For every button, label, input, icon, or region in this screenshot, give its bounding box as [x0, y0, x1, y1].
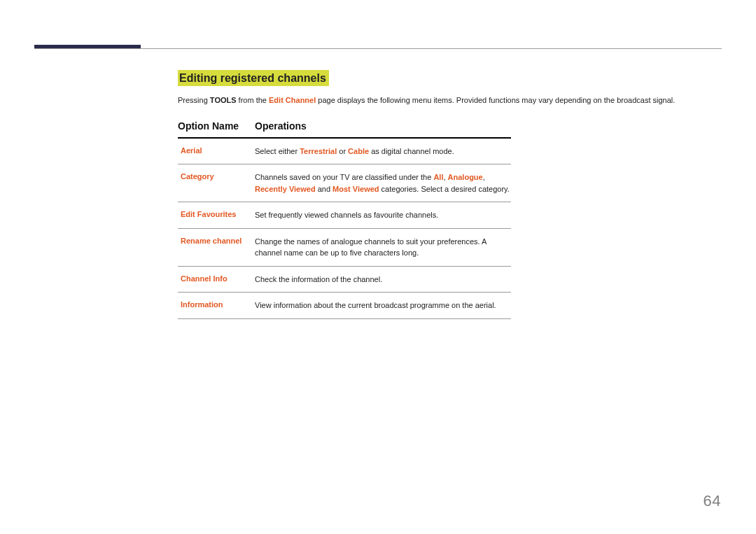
- options-table: Option Name Operations AerialSelect eith…: [178, 120, 511, 319]
- description-text: Set frequently viewed channels as favour…: [255, 211, 438, 219]
- section-title: Editing registered channels: [178, 70, 329, 86]
- highlight-term: Most Viewed: [332, 185, 379, 193]
- description-text: Check the information of the channel.: [255, 275, 382, 283]
- highlight-term: All: [433, 173, 443, 181]
- option-description: Select either Terrestrial or Cable as di…: [255, 146, 511, 157]
- table-header: Option Name Operations: [178, 120, 511, 139]
- description-text: as digital channel mode.: [369, 147, 454, 155]
- intro-link-edit-channel: Edit Channel: [269, 96, 316, 104]
- table-row: Channel InfoCheck the information of the…: [178, 267, 511, 293]
- option-name: Rename channel: [181, 236, 255, 259]
- table-header-operations: Operations: [255, 120, 511, 132]
- table-row: Edit FavouritesSet frequently viewed cha…: [178, 202, 511, 229]
- option-description: Set frequently viewed channels as favour…: [255, 209, 511, 221]
- highlight-term: Terrestrial: [300, 147, 337, 155]
- highlight-term: Cable: [348, 147, 369, 155]
- intro-text: page displays the following menu items. …: [316, 96, 675, 104]
- page-number: 64: [704, 492, 721, 510]
- table-row: InformationView information about the cu…: [178, 293, 511, 319]
- option-description: Channels saved on your TV are classified…: [255, 171, 511, 195]
- description-text: categories. Select a desired category.: [379, 185, 510, 193]
- highlight-term: Recently Viewed: [255, 185, 316, 193]
- intro-text: from the: [237, 96, 269, 104]
- option-description: View information about the current broad…: [255, 300, 511, 311]
- description-text: ,: [483, 173, 485, 181]
- page: Editing registered channels Pressing TOO…: [0, 0, 756, 534]
- intro-text: Pressing: [178, 96, 210, 104]
- table-body: AerialSelect either Terrestrial or Cable…: [178, 139, 511, 319]
- description-text: View information about the current broad…: [255, 301, 496, 309]
- option-name: Edit Favourites: [181, 209, 255, 221]
- option-description: Change the names of analogue channels to…: [255, 236, 511, 259]
- highlight-term: Analogue: [448, 173, 483, 181]
- table-row: AerialSelect either Terrestrial or Cable…: [178, 139, 511, 165]
- option-description: Check the information of the channel.: [255, 274, 511, 286]
- table-row: CategoryChannels saved on your TV are cl…: [178, 164, 511, 202]
- intro-paragraph: Pressing TOOLS from the Edit Channel pag…: [178, 94, 722, 106]
- description-text: and: [316, 185, 332, 193]
- table-header-option-name: Option Name: [178, 120, 255, 132]
- option-name: Information: [181, 300, 255, 311]
- description-text: Change the names of analogue channels to…: [255, 237, 486, 258]
- option-name: Channel Info: [181, 274, 255, 286]
- description-text: Channels saved on your TV are classified…: [255, 173, 433, 181]
- header-rule: [34, 48, 722, 49]
- intro-bold: TOOLS: [210, 96, 237, 104]
- description-text: or: [337, 147, 348, 155]
- table-row: Rename channelChange the names of analog…: [178, 229, 511, 267]
- description-text: Select either: [255, 147, 300, 155]
- option-name: Category: [181, 171, 255, 195]
- content-area: Editing registered channels Pressing TOO…: [178, 70, 722, 319]
- option-name: Aerial: [181, 146, 255, 157]
